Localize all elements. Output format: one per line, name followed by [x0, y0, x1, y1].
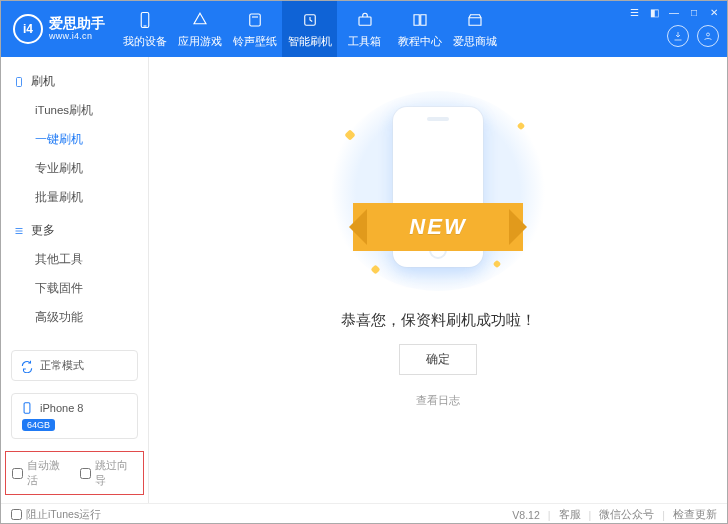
- sidebar-item-oneclick-flash[interactable]: 一键刷机: [35, 125, 148, 154]
- success-message: 恭喜您，保资料刷机成功啦！: [341, 311, 536, 330]
- wechat-link[interactable]: 微信公众号: [599, 508, 654, 522]
- nav-tutorials[interactable]: 教程中心: [392, 1, 447, 57]
- apps-icon: [190, 10, 210, 30]
- view-log-link[interactable]: 查看日志: [416, 393, 460, 408]
- content-area: 刷机 iTunes刷机 一键刷机 专业刷机 批量刷机 更多 其他工具 下载固件 …: [1, 57, 727, 503]
- flash-options: 自动激活 跳过向导: [5, 451, 144, 495]
- auto-activate-label: 自动激活: [27, 458, 70, 488]
- sidebar-group-title: 刷机: [31, 73, 55, 90]
- main-panel: NEW 恭喜您，保资料刷机成功啦！ 确定 查看日志: [149, 57, 727, 503]
- sidebar-item-advanced[interactable]: 高级功能: [35, 303, 148, 332]
- sidebar-group-flash: 刷机: [1, 69, 148, 96]
- toolbox-icon: [355, 10, 375, 30]
- svg-rect-2: [249, 14, 260, 26]
- skin-icon[interactable]: ◧: [647, 5, 661, 19]
- svg-rect-0: [141, 12, 149, 27]
- download-button[interactable]: [667, 25, 689, 47]
- nav-store[interactable]: 爱思商城: [447, 1, 502, 57]
- sidebar: 刷机 iTunes刷机 一键刷机 专业刷机 批量刷机 更多 其他工具 下载固件 …: [1, 57, 149, 503]
- ok-button[interactable]: 确定: [399, 344, 477, 375]
- maximize-icon[interactable]: □: [687, 5, 701, 19]
- block-itunes-label: 阻止iTunes运行: [26, 508, 101, 522]
- minimize-icon[interactable]: —: [667, 5, 681, 19]
- success-illustration: NEW: [328, 91, 548, 291]
- brand-title: 爱思助手: [49, 16, 105, 31]
- phone-icon: [135, 10, 155, 30]
- nav-label: 铃声壁纸: [233, 34, 277, 49]
- storage-badge: 64GB: [22, 419, 55, 431]
- device-name: iPhone 8: [40, 402, 83, 414]
- brand-subtitle: www.i4.cn: [49, 32, 105, 42]
- auto-activate-checkbox[interactable]: [12, 468, 23, 479]
- brand-badge: i4: [13, 14, 43, 44]
- svg-rect-7: [17, 77, 22, 86]
- music-icon: [245, 10, 265, 30]
- nav-smart-flash[interactable]: 智能刷机: [282, 1, 337, 57]
- block-itunes-option[interactable]: 阻止iTunes运行: [11, 508, 101, 522]
- sidebar-item-download-firmware[interactable]: 下载固件: [35, 274, 148, 303]
- topbar-round-buttons: [667, 25, 719, 47]
- list-icon: [13, 225, 25, 237]
- mode-label: 正常模式: [40, 358, 84, 373]
- nav-label: 智能刷机: [288, 34, 332, 49]
- svg-rect-5: [359, 17, 371, 25]
- sidebar-group-more: 更多: [1, 218, 148, 245]
- device-info[interactable]: iPhone 8 64GB: [11, 393, 138, 439]
- account-button[interactable]: [697, 25, 719, 47]
- sidebar-group-title: 更多: [31, 222, 55, 239]
- nav-label: 爱思商城: [453, 34, 497, 49]
- svg-rect-11: [24, 403, 30, 414]
- brand: i4 爱思助手 www.i4.cn: [13, 14, 105, 44]
- device-mode[interactable]: 正常模式: [11, 350, 138, 381]
- nav-label: 应用游戏: [178, 34, 222, 49]
- status-bar: 阻止iTunes运行 V8.12 | 客服 | 微信公众号 | 检查更新: [1, 503, 727, 524]
- nav-ringtones-wallpapers[interactable]: 铃声壁纸: [227, 1, 282, 57]
- refresh-icon: [20, 359, 34, 373]
- nav-label: 教程中心: [398, 34, 442, 49]
- skip-guide-label: 跳过向导: [95, 458, 138, 488]
- version-label: V8.12: [512, 509, 539, 521]
- option-skip-guide[interactable]: 跳过向导: [80, 458, 138, 488]
- check-update-link[interactable]: 检查更新: [673, 508, 717, 522]
- sidebar-item-other-tools[interactable]: 其他工具: [35, 245, 148, 274]
- window-controls: ☰ ◧ — □ ✕: [627, 5, 721, 19]
- phone-outline-icon: [13, 76, 25, 88]
- ribbon-text: NEW: [353, 203, 523, 251]
- skip-guide-checkbox[interactable]: [80, 468, 91, 479]
- nav-apps-games[interactable]: 应用游戏: [172, 1, 227, 57]
- svg-point-6: [707, 33, 710, 36]
- new-ribbon: NEW: [353, 203, 523, 251]
- sidebar-item-itunes-flash[interactable]: iTunes刷机: [35, 96, 148, 125]
- store-icon: [465, 10, 485, 30]
- block-itunes-checkbox[interactable]: [11, 509, 22, 520]
- book-icon: [410, 10, 430, 30]
- support-link[interactable]: 客服: [559, 508, 581, 522]
- nav-my-device[interactable]: 我的设备: [117, 1, 172, 57]
- nav-toolbox[interactable]: 工具箱: [337, 1, 392, 57]
- nav-label: 工具箱: [348, 34, 381, 49]
- titlebar: i4 爱思助手 www.i4.cn 我的设备 应用游戏 铃声壁纸 智能刷机 工具…: [1, 1, 727, 57]
- menu-icon[interactable]: ☰: [627, 5, 641, 19]
- flash-icon: [300, 10, 320, 30]
- nav-label: 我的设备: [123, 34, 167, 49]
- close-icon[interactable]: ✕: [707, 5, 721, 19]
- sidebar-item-batch-flash[interactable]: 批量刷机: [35, 183, 148, 212]
- sidebar-item-pro-flash[interactable]: 专业刷机: [35, 154, 148, 183]
- brand-text: 爱思助手 www.i4.cn: [49, 16, 105, 41]
- device-icon: [20, 401, 34, 415]
- option-auto-activate[interactable]: 自动激活: [12, 458, 70, 488]
